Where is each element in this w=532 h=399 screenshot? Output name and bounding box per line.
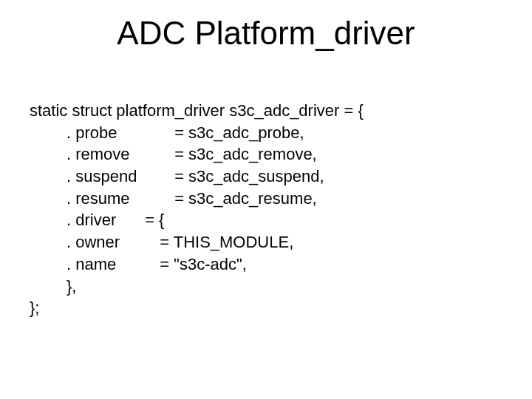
field-remove: . remove: [66, 143, 148, 166]
code-line-suspend: . suspend = s3c_adc_suspend,: [30, 166, 364, 188]
value-suspend: = s3c_adc_suspend,: [152, 166, 324, 188]
field-name: . name: [66, 253, 140, 276]
slide-title: ADC Platform_driver: [0, 15, 532, 52]
code-line-name: . name = "s3c-adc",: [30, 253, 364, 276]
field-owner: . owner: [66, 231, 140, 253]
value-resume: = s3c_adc_resume,: [152, 188, 317, 210]
code-line-resume: . resume = s3c_adc_resume,: [30, 188, 364, 210]
code-block: static struct platform_driver s3c_adc_dr…: [30, 100, 364, 319]
code-line-driver: . driver = {: [30, 209, 364, 231]
field-probe: . probe: [66, 122, 148, 144]
code-line-close-inner: },: [30, 276, 364, 298]
slide: ADC Platform_driver static struct platfo…: [0, 0, 532, 399]
value-remove: = s3c_adc_remove,: [152, 143, 317, 166]
value-probe: = s3c_adc_probe,: [152, 122, 304, 144]
value-name: = "s3c-adc",: [145, 253, 247, 276]
value-driver: = {: [145, 209, 164, 231]
value-owner: = THIS_MODULE,: [145, 231, 293, 253]
field-resume: . resume: [66, 188, 148, 210]
code-line-remove: . remove = s3c_adc_remove,: [30, 143, 364, 166]
field-driver: . driver: [66, 209, 140, 231]
code-line-close-outer: };: [30, 297, 364, 319]
code-line-decl: static struct platform_driver s3c_adc_dr…: [30, 100, 364, 122]
code-line-owner: . owner = THIS_MODULE,: [30, 231, 364, 253]
field-suspend: . suspend: [66, 166, 148, 188]
code-line-probe: . probe = s3c_adc_probe,: [30, 122, 364, 144]
